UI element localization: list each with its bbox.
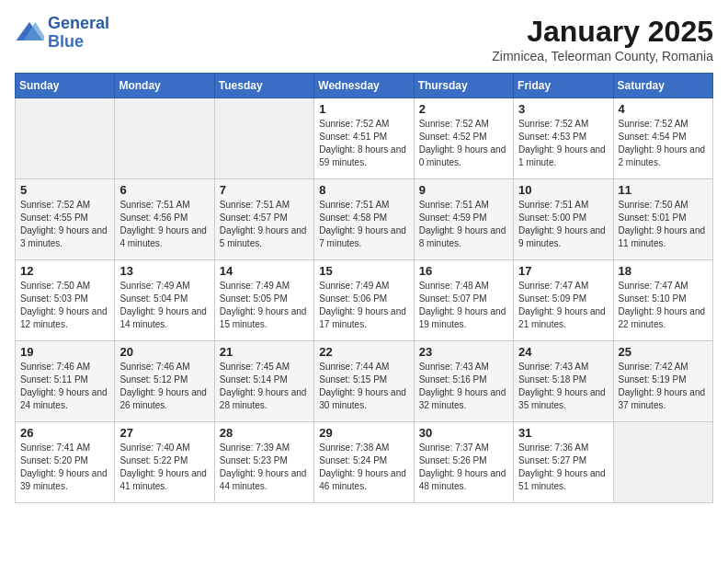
calendar-cell <box>613 422 712 503</box>
calendar-cell: 2Sunrise: 7:52 AMSunset: 4:52 PMDaylight… <box>414 98 513 179</box>
calendar-table: SundayMondayTuesdayWednesdayThursdayFrid… <box>15 73 713 503</box>
day-number: 16 <box>419 264 508 278</box>
col-header-monday: Monday <box>115 74 214 98</box>
day-number: 17 <box>518 264 608 278</box>
cell-info: Sunrise: 7:50 AMSunset: 5:03 PMDaylight:… <box>20 280 109 331</box>
calendar-cell: 30Sunrise: 7:37 AMSunset: 5:26 PMDayligh… <box>414 422 513 503</box>
day-number: 31 <box>518 426 608 440</box>
calendar-cell: 11Sunrise: 7:50 AMSunset: 5:01 PMDayligh… <box>613 179 712 260</box>
day-number: 12 <box>20 264 109 278</box>
cell-info: Sunrise: 7:52 AMSunset: 4:55 PMDaylight:… <box>20 199 109 250</box>
calendar-cell: 24Sunrise: 7:43 AMSunset: 5:18 PMDayligh… <box>514 341 613 422</box>
col-header-saturday: Saturday <box>613 74 712 98</box>
cell-info: Sunrise: 7:45 AMSunset: 5:14 PMDaylight:… <box>220 361 309 412</box>
calendar-cell: 18Sunrise: 7:47 AMSunset: 5:10 PMDayligh… <box>613 260 712 341</box>
calendar-cell: 13Sunrise: 7:49 AMSunset: 5:04 PMDayligh… <box>115 260 214 341</box>
day-number: 24 <box>518 345 608 359</box>
cell-info: Sunrise: 7:51 AMSunset: 4:57 PMDaylight:… <box>220 199 309 250</box>
day-number: 10 <box>518 183 608 197</box>
cell-info: Sunrise: 7:43 AMSunset: 5:18 PMDaylight:… <box>518 361 608 412</box>
calendar-cell: 6Sunrise: 7:51 AMSunset: 4:56 PMDaylight… <box>115 179 214 260</box>
day-number: 14 <box>220 264 309 278</box>
week-row-4: 19Sunrise: 7:46 AMSunset: 5:11 PMDayligh… <box>16 341 713 422</box>
cell-info: Sunrise: 7:52 AMSunset: 4:54 PMDaylight:… <box>619 118 708 169</box>
day-number: 25 <box>619 345 708 359</box>
calendar-cell: 23Sunrise: 7:43 AMSunset: 5:16 PMDayligh… <box>414 341 513 422</box>
calendar-cell <box>115 98 214 179</box>
week-row-3: 12Sunrise: 7:50 AMSunset: 5:03 PMDayligh… <box>16 260 713 341</box>
day-number: 5 <box>20 183 109 197</box>
day-number: 20 <box>119 345 209 359</box>
calendar-cell <box>16 98 115 179</box>
cell-info: Sunrise: 7:42 AMSunset: 5:19 PMDaylight:… <box>619 361 708 412</box>
week-row-1: 1Sunrise: 7:52 AMSunset: 4:51 PMDaylight… <box>16 98 713 179</box>
calendar-cell: 29Sunrise: 7:38 AMSunset: 5:24 PMDayligh… <box>314 422 414 503</box>
day-number: 29 <box>319 426 408 440</box>
cell-info: Sunrise: 7:52 AMSunset: 4:53 PMDaylight:… <box>518 118 608 169</box>
calendar-cell: 3Sunrise: 7:52 AMSunset: 4:53 PMDaylight… <box>514 98 613 179</box>
cell-info: Sunrise: 7:40 AMSunset: 5:22 PMDaylight:… <box>119 442 209 493</box>
cell-info: Sunrise: 7:36 AMSunset: 5:27 PMDaylight:… <box>518 442 608 493</box>
day-number: 26 <box>20 426 109 440</box>
col-header-sunday: Sunday <box>16 74 115 98</box>
day-number: 23 <box>419 345 508 359</box>
calendar-cell: 16Sunrise: 7:48 AMSunset: 5:07 PMDayligh… <box>414 260 513 341</box>
cell-info: Sunrise: 7:52 AMSunset: 4:52 PMDaylight:… <box>419 118 508 169</box>
cell-info: Sunrise: 7:46 AMSunset: 5:12 PMDaylight:… <box>119 361 209 412</box>
page-header: General Blue January 2025 Zimnicea, Tele… <box>15 15 713 63</box>
calendar-cell: 26Sunrise: 7:41 AMSunset: 5:20 PMDayligh… <box>16 422 115 503</box>
calendar-cell <box>214 98 313 179</box>
calendar-cell: 12Sunrise: 7:50 AMSunset: 5:03 PMDayligh… <box>16 260 115 341</box>
calendar-cell: 17Sunrise: 7:47 AMSunset: 5:09 PMDayligh… <box>514 260 613 341</box>
cell-info: Sunrise: 7:51 AMSunset: 5:00 PMDaylight:… <box>518 199 608 250</box>
logo-text: General Blue <box>48 15 109 52</box>
day-number: 30 <box>419 426 508 440</box>
col-header-tuesday: Tuesday <box>214 74 313 98</box>
day-number: 22 <box>319 345 408 359</box>
calendar-cell: 20Sunrise: 7:46 AMSunset: 5:12 PMDayligh… <box>115 341 214 422</box>
cell-info: Sunrise: 7:46 AMSunset: 5:11 PMDaylight:… <box>20 361 109 412</box>
calendar-cell: 28Sunrise: 7:39 AMSunset: 5:23 PMDayligh… <box>214 422 313 503</box>
week-row-2: 5Sunrise: 7:52 AMSunset: 4:55 PMDaylight… <box>16 179 713 260</box>
cell-info: Sunrise: 7:47 AMSunset: 5:10 PMDaylight:… <box>619 280 708 331</box>
cell-info: Sunrise: 7:52 AMSunset: 4:51 PMDaylight:… <box>319 118 408 169</box>
calendar-cell: 14Sunrise: 7:49 AMSunset: 5:05 PMDayligh… <box>214 260 313 341</box>
col-header-friday: Friday <box>514 74 613 98</box>
day-number: 4 <box>619 102 708 116</box>
calendar-cell: 22Sunrise: 7:44 AMSunset: 5:15 PMDayligh… <box>314 341 414 422</box>
cell-info: Sunrise: 7:49 AMSunset: 5:06 PMDaylight:… <box>319 280 408 331</box>
calendar-cell: 7Sunrise: 7:51 AMSunset: 4:57 PMDaylight… <box>214 179 313 260</box>
calendar-cell: 27Sunrise: 7:40 AMSunset: 5:22 PMDayligh… <box>115 422 214 503</box>
day-number: 15 <box>319 264 408 278</box>
cell-info: Sunrise: 7:49 AMSunset: 5:04 PMDaylight:… <box>119 280 209 331</box>
day-number: 13 <box>119 264 209 278</box>
day-number: 2 <box>419 102 508 116</box>
cell-info: Sunrise: 7:50 AMSunset: 5:01 PMDaylight:… <box>619 199 708 250</box>
cell-info: Sunrise: 7:47 AMSunset: 5:09 PMDaylight:… <box>518 280 608 331</box>
calendar-cell: 5Sunrise: 7:52 AMSunset: 4:55 PMDaylight… <box>16 179 115 260</box>
day-number: 6 <box>119 183 209 197</box>
calendar-cell: 10Sunrise: 7:51 AMSunset: 5:00 PMDayligh… <box>514 179 613 260</box>
day-number: 18 <box>619 264 708 278</box>
location-subtitle: Zimnicea, Teleorman County, Romania <box>492 49 713 63</box>
title-block: January 2025 Zimnicea, Teleorman County,… <box>492 15 713 63</box>
calendar-cell: 15Sunrise: 7:49 AMSunset: 5:06 PMDayligh… <box>314 260 414 341</box>
cell-info: Sunrise: 7:51 AMSunset: 4:58 PMDaylight:… <box>319 199 408 250</box>
calendar-cell: 31Sunrise: 7:36 AMSunset: 5:27 PMDayligh… <box>514 422 613 503</box>
col-header-wednesday: Wednesday <box>314 74 414 98</box>
cell-info: Sunrise: 7:51 AMSunset: 4:56 PMDaylight:… <box>119 199 209 250</box>
calendar-cell: 1Sunrise: 7:52 AMSunset: 4:51 PMDaylight… <box>314 98 414 179</box>
col-header-thursday: Thursday <box>414 74 513 98</box>
day-number: 7 <box>220 183 309 197</box>
day-number: 3 <box>518 102 608 116</box>
week-row-5: 26Sunrise: 7:41 AMSunset: 5:20 PMDayligh… <box>16 422 713 503</box>
day-number: 19 <box>20 345 109 359</box>
day-number: 9 <box>419 183 508 197</box>
cell-info: Sunrise: 7:51 AMSunset: 4:59 PMDaylight:… <box>419 199 508 250</box>
cell-info: Sunrise: 7:44 AMSunset: 5:15 PMDaylight:… <box>319 361 408 412</box>
cell-info: Sunrise: 7:41 AMSunset: 5:20 PMDaylight:… <box>20 442 109 493</box>
calendar-cell: 9Sunrise: 7:51 AMSunset: 4:59 PMDaylight… <box>414 179 513 260</box>
logo-icon <box>15 18 44 48</box>
calendar-cell: 19Sunrise: 7:46 AMSunset: 5:11 PMDayligh… <box>16 341 115 422</box>
day-number: 27 <box>119 426 209 440</box>
